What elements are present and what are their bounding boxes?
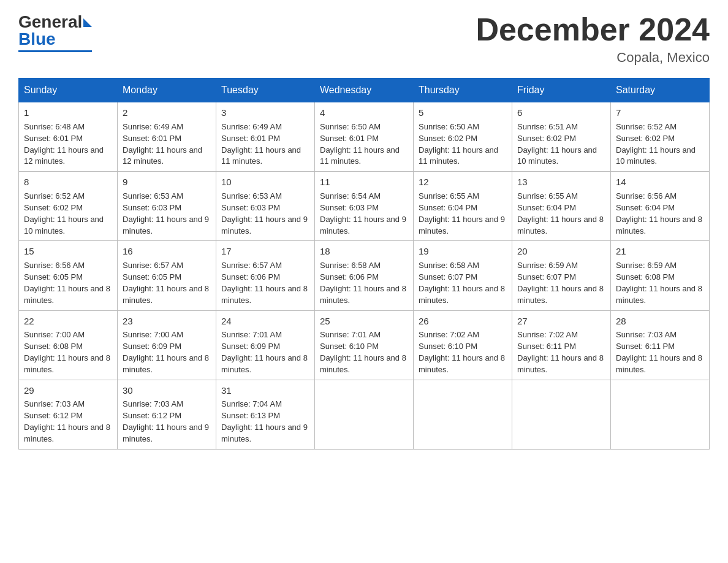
sunset-label: Sunset: 6:12 PM xyxy=(24,411,83,420)
sunrise-label: Sunrise: 7:03 AM xyxy=(616,330,677,339)
day-number: 7 xyxy=(616,106,704,120)
sunset-label: Sunset: 6:11 PM xyxy=(616,342,675,351)
table-row: 31 Sunrise: 7:04 AM Sunset: 6:13 PM Dayl… xyxy=(216,380,315,449)
sunset-label: Sunset: 6:01 PM xyxy=(221,134,280,143)
sunset-label: Sunset: 6:02 PM xyxy=(616,134,675,143)
table-row: 29 Sunrise: 7:03 AM Sunset: 6:12 PM Dayl… xyxy=(19,380,118,449)
day-number: 14 xyxy=(616,175,704,189)
table-row: 13 Sunrise: 6:55 AM Sunset: 6:04 PM Dayl… xyxy=(512,172,611,241)
day-number: 27 xyxy=(517,315,605,328)
day-number: 29 xyxy=(24,384,112,397)
day-number: 13 xyxy=(517,175,605,189)
table-row xyxy=(611,380,710,449)
daylight-label: Daylight: 11 hours and 8 minutes. xyxy=(419,353,505,374)
calendar-table: Sunday Monday Tuesday Wednesday Thursday… xyxy=(18,78,710,450)
sunrise-label: Sunrise: 6:58 AM xyxy=(320,261,381,270)
day-number: 12 xyxy=(419,175,507,189)
daylight-label: Daylight: 11 hours and 8 minutes. xyxy=(517,284,604,305)
day-number: 5 xyxy=(419,106,507,120)
page-header: General Blue December 2024 Copala, Mexic… xyxy=(18,12,710,66)
daylight-label: Daylight: 11 hours and 9 minutes. xyxy=(419,215,505,236)
day-number: 16 xyxy=(123,245,211,258)
sunrise-label: Sunrise: 6:57 AM xyxy=(221,261,282,270)
col-wednesday: Wednesday xyxy=(315,79,414,102)
table-row: 5 Sunrise: 6:50 AM Sunset: 6:02 PM Dayli… xyxy=(414,102,512,172)
calendar-week-row: 22 Sunrise: 7:00 AM Sunset: 6:08 PM Dayl… xyxy=(19,310,710,380)
daylight-label: Daylight: 11 hours and 11 minutes. xyxy=(419,145,498,166)
day-number: 21 xyxy=(616,245,704,258)
daylight-label: Daylight: 11 hours and 8 minutes. xyxy=(24,284,110,305)
sunset-label: Sunset: 6:13 PM xyxy=(221,411,280,420)
daylight-label: Daylight: 11 hours and 8 minutes. xyxy=(517,353,604,374)
sunset-label: Sunset: 6:12 PM xyxy=(123,411,181,420)
table-row: 1 Sunrise: 6:48 AM Sunset: 6:01 PM Dayli… xyxy=(19,102,118,172)
day-number: 22 xyxy=(24,315,112,328)
table-row: 20 Sunrise: 6:59 AM Sunset: 6:07 PM Dayl… xyxy=(512,241,611,310)
table-row: 16 Sunrise: 6:57 AM Sunset: 6:05 PM Dayl… xyxy=(118,241,216,310)
table-row: 21 Sunrise: 6:59 AM Sunset: 6:08 PM Dayl… xyxy=(611,241,710,310)
daylight-label: Daylight: 11 hours and 11 minutes. xyxy=(320,145,400,166)
sunset-label: Sunset: 6:03 PM xyxy=(221,203,280,212)
daylight-label: Daylight: 11 hours and 8 minutes. xyxy=(24,353,110,374)
table-row: 25 Sunrise: 7:01 AM Sunset: 6:10 PM Dayl… xyxy=(315,310,414,380)
col-tuesday: Tuesday xyxy=(216,79,315,102)
table-row: 23 Sunrise: 7:00 AM Sunset: 6:09 PM Dayl… xyxy=(118,310,216,380)
table-row: 27 Sunrise: 7:02 AM Sunset: 6:11 PM Dayl… xyxy=(512,310,611,380)
day-number: 20 xyxy=(517,245,605,258)
daylight-label: Daylight: 11 hours and 8 minutes. xyxy=(616,215,702,236)
daylight-label: Daylight: 11 hours and 12 minutes. xyxy=(123,145,202,166)
sunrise-label: Sunrise: 7:02 AM xyxy=(419,330,479,339)
daylight-label: Daylight: 11 hours and 8 minutes. xyxy=(419,284,505,305)
sunset-label: Sunset: 6:02 PM xyxy=(419,134,477,143)
table-row: 7 Sunrise: 6:52 AM Sunset: 6:02 PM Dayli… xyxy=(611,102,710,172)
sunrise-label: Sunrise: 7:02 AM xyxy=(517,330,578,339)
daylight-label: Daylight: 11 hours and 9 minutes. xyxy=(123,423,209,443)
month-title: December 2024 xyxy=(476,12,710,47)
sunset-label: Sunset: 6:01 PM xyxy=(24,134,83,143)
sunrise-label: Sunrise: 6:53 AM xyxy=(123,191,183,201)
sunset-label: Sunset: 6:05 PM xyxy=(123,272,181,282)
location-label: Copala, Mexico xyxy=(476,50,710,66)
table-row: 4 Sunrise: 6:50 AM Sunset: 6:01 PM Dayli… xyxy=(315,102,414,172)
table-row: 19 Sunrise: 6:58 AM Sunset: 6:07 PM Dayl… xyxy=(414,241,512,310)
day-number: 15 xyxy=(24,245,112,258)
sunrise-label: Sunrise: 6:52 AM xyxy=(24,191,85,201)
sunrise-label: Sunrise: 6:59 AM xyxy=(517,261,578,270)
daylight-label: Daylight: 11 hours and 8 minutes. xyxy=(320,353,406,374)
title-section: December 2024 Copala, Mexico xyxy=(476,12,710,66)
calendar-week-row: 8 Sunrise: 6:52 AM Sunset: 6:02 PM Dayli… xyxy=(19,172,710,241)
day-number: 18 xyxy=(320,245,408,258)
sunset-label: Sunset: 6:07 PM xyxy=(419,272,477,282)
sunset-label: Sunset: 6:09 PM xyxy=(221,342,280,351)
sunrise-label: Sunrise: 6:48 AM xyxy=(24,122,85,131)
calendar-week-row: 29 Sunrise: 7:03 AM Sunset: 6:12 PM Dayl… xyxy=(19,380,710,449)
col-saturday: Saturday xyxy=(611,79,710,102)
sunset-label: Sunset: 6:04 PM xyxy=(419,203,477,212)
sunset-label: Sunset: 6:04 PM xyxy=(616,203,675,212)
table-row: 17 Sunrise: 6:57 AM Sunset: 6:06 PM Dayl… xyxy=(216,241,315,310)
sunrise-label: Sunrise: 6:51 AM xyxy=(517,122,578,131)
col-thursday: Thursday xyxy=(414,79,512,102)
table-row: 8 Sunrise: 6:52 AM Sunset: 6:02 PM Dayli… xyxy=(19,172,118,241)
sunset-label: Sunset: 6:01 PM xyxy=(320,134,379,143)
table-row xyxy=(315,380,414,449)
sunset-label: Sunset: 6:10 PM xyxy=(320,342,379,351)
daylight-label: Daylight: 11 hours and 11 minutes. xyxy=(221,145,301,166)
sunrise-label: Sunrise: 6:56 AM xyxy=(616,191,677,201)
day-number: 31 xyxy=(221,384,309,397)
day-number: 25 xyxy=(320,315,408,328)
day-number: 2 xyxy=(123,106,211,120)
daylight-label: Daylight: 11 hours and 9 minutes. xyxy=(320,215,406,236)
daylight-label: Daylight: 11 hours and 10 minutes. xyxy=(616,145,696,166)
day-number: 10 xyxy=(221,175,309,189)
day-number: 11 xyxy=(320,175,408,189)
daylight-label: Daylight: 11 hours and 8 minutes. xyxy=(320,284,406,305)
calendar-week-row: 1 Sunrise: 6:48 AM Sunset: 6:01 PM Dayli… xyxy=(19,102,710,172)
table-row: 18 Sunrise: 6:58 AM Sunset: 6:06 PM Dayl… xyxy=(315,241,414,310)
sunrise-label: Sunrise: 6:59 AM xyxy=(616,261,677,270)
table-row: 26 Sunrise: 7:02 AM Sunset: 6:10 PM Dayl… xyxy=(414,310,512,380)
daylight-label: Daylight: 11 hours and 8 minutes. xyxy=(616,353,702,374)
sunrise-label: Sunrise: 7:03 AM xyxy=(24,399,85,408)
sunset-label: Sunset: 6:07 PM xyxy=(517,272,576,282)
table-row: 15 Sunrise: 6:56 AM Sunset: 6:05 PM Dayl… xyxy=(19,241,118,310)
